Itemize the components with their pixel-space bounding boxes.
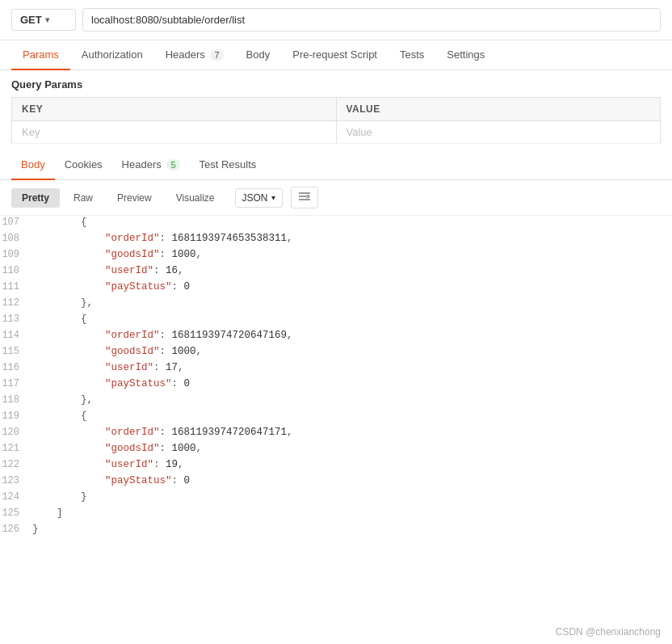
- line-number: 110: [0, 264, 32, 276]
- line-content: }: [32, 490, 672, 503]
- resp-tab-cookies[interactable]: Cookies: [55, 150, 112, 180]
- json-key: "payStatus": [105, 378, 172, 389]
- line-content: "payStatus": 0: [32, 280, 672, 293]
- json-key: "goodsId": [105, 249, 160, 260]
- raw-button[interactable]: Raw: [63, 188, 103, 208]
- line-content: }: [32, 523, 672, 535]
- line-content: "orderId": 1681193974653538311,: [32, 232, 672, 244]
- line-content: },: [32, 394, 672, 406]
- json-value: 0: [184, 281, 191, 293]
- line-number: 119: [0, 410, 32, 422]
- code-line: 118 },: [0, 394, 672, 410]
- line-content: "userId": 16,: [32, 264, 672, 276]
- code-line: 111 "payStatus": 0: [0, 280, 672, 297]
- code-line: 117 "payStatus": 0: [0, 377, 672, 394]
- line-number: 109: [0, 248, 32, 260]
- json-format-label: JSON: [242, 192, 268, 204]
- response-tabs-bar: Body Cookies Headers 5 Test Results: [0, 150, 672, 180]
- json-value: 1681193974653538311: [172, 233, 288, 244]
- top-tabs: Params Authorization Headers 7 Body Pre-…: [0, 40, 672, 70]
- csdn-footer: CSDN @chenxianchong: [556, 626, 661, 638]
- line-number: 113: [0, 313, 32, 325]
- json-value: 1681193974720647171: [172, 427, 288, 438]
- json-value: 0: [184, 475, 191, 486]
- key-cell[interactable]: Key: [12, 121, 337, 144]
- value-cell[interactable]: Value: [336, 121, 661, 144]
- resp-tab-body[interactable]: Body: [11, 150, 55, 180]
- json-key: "orderId": [105, 330, 160, 341]
- code-line: 109 "goodsId": 1000,: [0, 248, 672, 264]
- json-key: "userId": [105, 265, 153, 276]
- json-value: 16: [166, 265, 178, 276]
- line-number: 121: [0, 442, 32, 454]
- line-content: "payStatus": 0: [32, 474, 672, 486]
- code-line: 110 "userId": 16,: [0, 264, 672, 280]
- line-content: "goodsId": 1000,: [32, 248, 672, 260]
- query-params-section: Query Params KEY VALUE Key Value: [0, 70, 672, 144]
- code-line: 107 {: [0, 216, 672, 232]
- tab-settings[interactable]: Settings: [435, 40, 496, 70]
- tab-params[interactable]: Params: [11, 40, 70, 70]
- json-key: "payStatus": [105, 475, 172, 486]
- code-line: 123 "payStatus": 0: [0, 474, 672, 490]
- code-area[interactable]: 107 {108 "orderId": 1681193974653538311,…: [0, 216, 672, 587]
- json-key: "goodsId": [105, 443, 160, 454]
- line-number: 124: [0, 490, 32, 503]
- resp-tab-testresults[interactable]: Test Results: [190, 150, 267, 180]
- line-number: 114: [0, 329, 32, 341]
- method-select[interactable]: GET ▾: [11, 9, 76, 31]
- pretty-button[interactable]: Pretty: [11, 188, 60, 208]
- line-number: 108: [0, 232, 32, 244]
- line-number: 123: [0, 474, 32, 486]
- tab-tests[interactable]: Tests: [388, 40, 435, 70]
- code-line: 114 "orderId": 1681193974720647169,: [0, 329, 672, 345]
- line-number: 115: [0, 345, 32, 357]
- visualize-button[interactable]: Visualize: [166, 188, 225, 208]
- code-line: 125 ]: [0, 507, 672, 523]
- chevron-down-icon: ▾: [45, 15, 49, 24]
- line-content: "userId": 17,: [32, 361, 672, 373]
- json-format-select[interactable]: JSON ▾: [235, 188, 283, 208]
- code-line: 112 },: [0, 297, 672, 313]
- preview-button[interactable]: Preview: [107, 188, 162, 208]
- table-row: Key Value: [12, 121, 661, 144]
- tab-authorization[interactable]: Authorization: [70, 40, 154, 70]
- line-content: "goodsId": 1000,: [32, 345, 672, 357]
- code-line: 108 "orderId": 1681193974653538311,: [0, 232, 672, 248]
- tab-body[interactable]: Body: [235, 40, 282, 70]
- code-line: 121 "goodsId": 1000,: [0, 442, 672, 458]
- line-number: 122: [0, 458, 32, 470]
- line-content: "userId": 19,: [32, 458, 672, 470]
- wrap-button[interactable]: [291, 187, 318, 208]
- line-number: 107: [0, 216, 32, 228]
- line-number: 125: [0, 507, 32, 519]
- code-line: 124 }: [0, 490, 672, 507]
- json-value: 1000: [172, 443, 196, 454]
- resp-tab-headers[interactable]: Headers 5: [112, 150, 190, 180]
- line-number: 112: [0, 297, 32, 309]
- json-key: "userId": [105, 362, 153, 373]
- line-number: 126: [0, 523, 32, 535]
- json-chevron-icon: ▾: [271, 193, 275, 202]
- line-content: },: [32, 297, 672, 309]
- line-content: ]: [32, 507, 672, 519]
- app-container: GET ▾ Params Authorization Headers 7 Bod…: [0, 0, 672, 644]
- json-key: "payStatus": [105, 281, 172, 293]
- json-value: 1681193974720647169: [172, 330, 288, 341]
- code-line: 115 "goodsId": 1000,: [0, 345, 672, 361]
- resp-headers-badge: 5: [166, 159, 179, 170]
- json-key: "userId": [105, 459, 153, 470]
- line-number: 116: [0, 361, 32, 373]
- line-content: {: [32, 216, 672, 228]
- wrap-icon: [298, 191, 311, 202]
- json-value: 1000: [172, 346, 196, 357]
- line-content: "orderId": 1681193974720647169,: [32, 329, 672, 341]
- tab-headers[interactable]: Headers 7: [154, 40, 235, 70]
- tab-prerequest[interactable]: Pre-request Script: [281, 40, 388, 70]
- code-line: 119 {: [0, 410, 672, 426]
- json-value: 1000: [172, 249, 196, 260]
- json-value: 0: [184, 378, 191, 389]
- headers-badge: 7: [210, 49, 223, 61]
- query-params-title: Query Params: [11, 78, 661, 90]
- url-input[interactable]: [82, 8, 661, 32]
